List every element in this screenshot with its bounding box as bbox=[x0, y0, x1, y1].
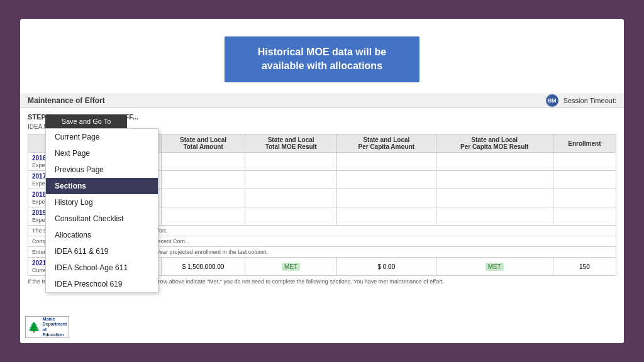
col-state-local-moe: State and LocalTotal MOE Result bbox=[245, 134, 337, 153]
col-enrollment: Enrollment bbox=[553, 134, 616, 153]
col-per-capita-amount: State and LocalPer Capita Amount bbox=[337, 134, 436, 153]
maine-logo: 🌲 Maine Department of Education bbox=[25, 316, 69, 338]
header-bar: Maintenance of Effort BM Session Timeout… bbox=[20, 93, 624, 108]
dropdown-overlay: Save and Go To Current Page Next Page Pr… bbox=[45, 114, 158, 293]
session-timeout-label: Session Timeout: bbox=[564, 97, 616, 104]
banner-text: Historical MOE data will be available wi… bbox=[258, 47, 387, 71]
menu-item-allocations[interactable]: Allocations bbox=[46, 227, 158, 243]
maine-logo-line1: Maine bbox=[43, 317, 67, 322]
menu-item-consultant-checklist[interactable]: Consultant Checklist bbox=[46, 211, 158, 227]
menu-item-idea-school-age-611[interactable]: IDEA School-Age 611 bbox=[46, 260, 158, 276]
maine-logo-line3: Education bbox=[43, 332, 67, 337]
menu-item-current-page[interactable]: Current Page bbox=[46, 129, 158, 145]
menu-item-sections[interactable]: Sections bbox=[46, 178, 158, 194]
info-banner: Historical MOE data will be available wi… bbox=[225, 36, 419, 82]
menu-item-next-page[interactable]: Next Page bbox=[46, 145, 158, 162]
col-per-capita-moe: State and LocalPer Capita MOE Result bbox=[436, 134, 553, 153]
save-go-button[interactable]: Save and Go To bbox=[45, 114, 127, 128]
menu-item-idea-preschool-619[interactable]: IDEA Preschool 619 bbox=[46, 276, 158, 292]
maine-logo-line2: Department of bbox=[43, 322, 67, 332]
menu-item-history-log[interactable]: History Log bbox=[46, 194, 158, 211]
header-right: BM Session Timeout: bbox=[546, 94, 616, 107]
col-state-local-total: State and LocalTotal Amount bbox=[161, 134, 245, 153]
menu-item-idea-611-619[interactable]: IDEA 611 & 619 bbox=[46, 243, 158, 260]
dropdown-menu: Current Page Next Page Previous Page Sec… bbox=[45, 128, 158, 293]
menu-item-previous-page[interactable]: Previous Page bbox=[46, 162, 158, 178]
page-title: Maintenance of Effort bbox=[28, 96, 105, 105]
avatar: BM bbox=[546, 94, 558, 107]
maine-tree-icon: 🌲 bbox=[28, 321, 40, 333]
